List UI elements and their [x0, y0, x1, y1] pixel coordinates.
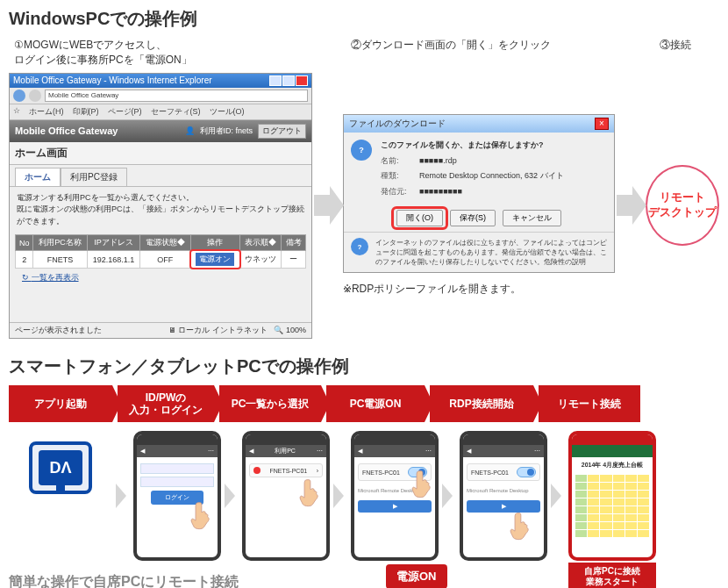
power-toggle[interactable]: [517, 467, 536, 477]
mobile-steps: アプリ起動 ID/PWの 入力・ログイン PC一覧から選択 PC電源ON RDP…: [9, 385, 719, 422]
cell-operation: 電源オン: [190, 251, 239, 269]
app-name: Mobile Office Gateway: [15, 125, 118, 136]
cancel-button[interactable]: キャンセル: [503, 210, 561, 226]
col-op: 操作: [190, 235, 239, 251]
status-text: ページが表示されました: [15, 325, 102, 336]
chevron-right-icon: [442, 484, 456, 508]
cell-no: 2: [16, 251, 33, 269]
pw-field[interactable]: [140, 477, 214, 487]
app-logo-text: DΛ: [39, 450, 82, 485]
status-dot-icon: [253, 467, 261, 474]
summary-text: 簡単な操作で自席PCにリモート接続 専門知識がなくても利用が可能: [9, 570, 239, 588]
window-buttons: [269, 75, 308, 86]
phone-rdp: ◀⋯ FNETS-PC01 Microsoft Remote Desktop ▶: [460, 431, 547, 561]
chevron-right-icon: [551, 484, 565, 508]
ie-statusbar: ページが表示されました 🖥 ローカル イントラネット 🔍 100%: [10, 322, 311, 338]
section1-title: WindowsPCでの操作例: [9, 7, 719, 31]
dialog-close-icon[interactable]: ×: [595, 118, 609, 130]
arrow-up-icon: [634, 580, 650, 588]
ie-titlebar: Mobile Office Gateway - Windows Internet…: [10, 74, 311, 88]
step-login: ID/PWの 入力・ログイン: [118, 385, 214, 422]
save-button[interactable]: 保存(S): [450, 210, 496, 226]
pc-table: No 利用PC名称 IPアドレス 電源状態◆ 操作 表示順◆ 備考 2 FNET…: [15, 234, 306, 269]
phone-login: ◀⋯ ログイン: [133, 431, 221, 561]
col-ip: IPアドレス: [87, 235, 139, 251]
address-bar[interactable]: Mobile Office Gateway: [45, 90, 308, 102]
type-value: Remote Desktop Connection, 632 バイト: [419, 170, 564, 183]
download-dialog: ファイルのダウンロード × ? このファイルを開くか、または保存しますか? 名前…: [343, 114, 615, 273]
col-power: 電源状態◆: [140, 235, 190, 251]
menu-print[interactable]: 印刷(P): [73, 106, 99, 118]
arrow-right-icon: [314, 179, 341, 232]
ie-menubar: ☆ ホーム(H) 印刷(P) ページ(P) セーフティ(S) ツール(O): [10, 104, 311, 120]
cell-power: OFF: [140, 251, 190, 269]
phone-pc-list: ◀利用PC⋯ FNETS-PC01›: [242, 431, 330, 561]
cell-order: ウネッツ: [239, 251, 282, 269]
arrow-right-icon: [617, 179, 644, 232]
chevron-right-icon: [333, 484, 347, 508]
question-icon: ?: [351, 140, 372, 161]
favorites-icon[interactable]: ☆: [13, 106, 20, 118]
rdp-note: ※RDPポリシーファイルを開きます。: [343, 282, 615, 297]
info-icon: ?: [351, 238, 368, 255]
status-zone: ローカル イントラネット: [178, 326, 268, 334]
chevron-right-icon: [225, 484, 239, 508]
step-pc-power: PC電源ON: [326, 385, 425, 422]
dialog-warning: ? インターネットのファイルは役に立ちますが、ファイルによってはコンピュータに問…: [344, 232, 614, 272]
chevron-right-icon: [116, 484, 130, 508]
forward-icon[interactable]: [29, 90, 41, 102]
col-order: 表示順◆: [239, 235, 282, 251]
ie-window: Mobile Office Gateway - Windows Internet…: [9, 73, 312, 340]
cell-remark: ー: [282, 251, 306, 269]
hand-icon: [189, 501, 212, 531]
id-field[interactable]: [140, 463, 214, 474]
menu-page[interactable]: ページ(P): [108, 106, 142, 118]
reload-link[interactable]: 一覧を再表示: [15, 269, 86, 287]
back-icon[interactable]: [13, 90, 25, 102]
remote-desktop-circle: リモート デスクトップ: [646, 165, 719, 246]
col-remark: 備考: [282, 235, 306, 251]
menu-home[interactable]: ホーム(H): [29, 106, 64, 118]
dialog-question: このファイルを開くか、または保存しますか?: [381, 140, 607, 152]
list-item[interactable]: FNETS-PC01: [467, 463, 540, 481]
step-rdp-start: RDP接続開始: [430, 385, 533, 422]
status-zoom: 100%: [286, 326, 306, 334]
menu-safety[interactable]: セーフティ(S): [151, 106, 201, 118]
list-item[interactable]: FNETS-PC01›: [249, 463, 323, 477]
step3-label: ③接続: [632, 38, 719, 68]
mogw-header: Mobile Office Gateway 👤 利用者ID: fnets ログア…: [10, 120, 311, 142]
user-label: 利用者ID: fnets: [200, 125, 253, 137]
maximize-icon[interactable]: [282, 75, 295, 86]
menu-tools[interactable]: ツール(O): [210, 106, 245, 118]
step-app-launch: アプリ起動: [9, 385, 112, 422]
name-value: ■■■■■.rdp: [419, 155, 457, 168]
from-label: 発信元:: [381, 186, 414, 198]
step-remote: リモート接続: [539, 385, 640, 422]
section2-title: スマートフォン／タブレットPCでの操作例: [9, 355, 719, 378]
logout-button[interactable]: ログアウト: [258, 124, 306, 139]
instructions-text: 電源オンする利用PCを一覧から選んでください。 既に電源オンの状態の利用PCは、…: [10, 186, 311, 233]
rdp-start-button[interactable]: ▶: [467, 500, 540, 513]
table-row: 2 FNETS 192.168.1.1 OFF 電源オン ウネッツ ー: [16, 251, 306, 269]
tab-home[interactable]: ホーム: [15, 168, 61, 186]
open-button[interactable]: 開く(O): [396, 210, 443, 226]
warning-text: インターネットのファイルは役に立ちますが、ファイルによってはコンピュータに問題を…: [375, 238, 607, 267]
cell-name: FNETS: [33, 251, 87, 269]
app-icon: DΛ: [29, 441, 92, 494]
hand-icon: [509, 512, 532, 541]
zone-icon: 🖥: [168, 326, 176, 334]
ie-title-text: Mobile Office Gateway - Windows Internet…: [13, 75, 212, 85]
type-label: 種類:: [381, 170, 414, 183]
hand-icon: [410, 470, 433, 499]
tab-register-pc[interactable]: 利用PC登録: [61, 168, 127, 186]
from-value: ■■■■■■■■■: [419, 186, 462, 198]
power-on-button[interactable]: 電源オン: [196, 253, 234, 266]
close-icon[interactable]: [296, 75, 308, 86]
spreadsheet-icon: [572, 471, 653, 541]
cell-ip: 192.168.1.1: [87, 251, 139, 269]
rdp-label: Microsoft Remote Desktop: [467, 488, 540, 493]
step2-label: ②ダウンロード画面の「開く」をクリック: [351, 38, 623, 68]
minimize-icon[interactable]: [269, 75, 282, 86]
phone-power: ◀⋯ FNETS-PC01 Microsoft Remote Desktop ▶: [351, 431, 439, 561]
rdp-start-button[interactable]: ▶: [358, 500, 432, 513]
